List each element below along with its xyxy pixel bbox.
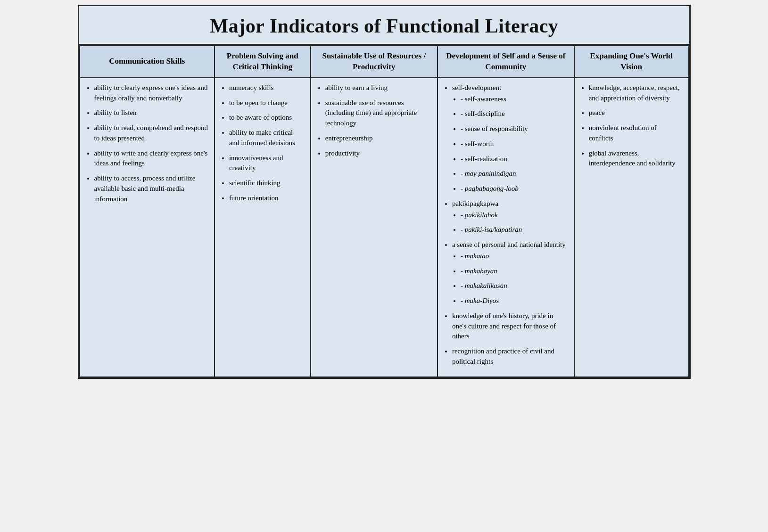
list-item: recognition and practice of civil and po… <box>452 346 568 367</box>
list-item: ability to make critical and informed de… <box>229 128 305 148</box>
list-item: to be aware of options <box>229 113 305 123</box>
column-cell-world-vision: knowledge, acceptance, respect, and appr… <box>574 78 689 377</box>
sub-list-item: - self-awareness <box>461 94 568 105</box>
column-header-communication: Communication Skills <box>80 46 215 78</box>
title-section: Major Indicators of Functional Literacy <box>79 6 689 45</box>
column-header-world-vision: Expanding One's World Vision <box>574 46 689 78</box>
sub-list-item: - makabayan <box>461 266 568 277</box>
list-item: ability to listen <box>94 108 208 118</box>
list-item: nonviolent resolution of conflicts <box>589 123 683 144</box>
sub-list-item: - maka-Diyos <box>461 296 568 306</box>
column-header-problem-solving: Problem Solving and Critical Thinking <box>215 46 311 78</box>
list-item: peace <box>589 108 683 118</box>
sub-list-item: - pakikilahok <box>461 210 568 221</box>
indicators-table: Communication SkillsProblem Solving and … <box>79 45 689 377</box>
sub-list-item: - pakiki-isa/kapatiran <box>461 225 568 235</box>
sub-list-item: - may paninindigan <box>461 169 568 179</box>
column-cell-problem-solving: numeracy skillsto be open to changeto be… <box>215 78 311 377</box>
list-item: productivity <box>325 148 431 159</box>
main-container: Major Indicators of Functional Literacy … <box>78 5 691 379</box>
list-item: a sense of personal and national identit… <box>452 240 568 306</box>
list-item: to be open to change <box>229 98 305 108</box>
list-item: ability to clearly express one's ideas a… <box>94 83 208 104</box>
sub-list-item: - makatao <box>461 251 568 262</box>
list-item: innovativeness and creativity <box>229 153 305 174</box>
list-item: ability to access, process and utilize a… <box>94 173 208 204</box>
column-cell-sustainable: ability to earn a livingsustainable use … <box>311 78 438 377</box>
list-item: global awareness, interdependence and so… <box>589 148 683 169</box>
list-item: entrepreneurship <box>325 133 431 144</box>
sub-list-item: - pagbabagong-loob <box>461 184 568 194</box>
sub-list-item: - makakalikasan <box>461 281 568 291</box>
column-cell-communication: ability to clearly express one's ideas a… <box>80 78 215 377</box>
list-item: pakikipagkapwa- pakikilahok- pakiki-isa/… <box>452 199 568 235</box>
sub-list-item: - self-realization <box>461 154 568 164</box>
column-cell-development: self-development- self-awareness- self-d… <box>438 78 574 377</box>
sub-list-item: - self-worth <box>461 139 568 149</box>
list-item: future orientation <box>229 193 305 204</box>
column-header-development: Development of Self and a Sense of Commu… <box>438 46 574 78</box>
sub-list-item: - self-discipline <box>461 109 568 119</box>
list-item: sustainable use of resources (including … <box>325 98 431 129</box>
sub-list-item: - sense of responsibility <box>461 124 568 134</box>
list-item: knowledge, acceptance, respect, and appr… <box>589 83 683 104</box>
list-item: numeracy skills <box>229 83 305 93</box>
page-title: Major Indicators of Functional Literacy <box>84 15 685 37</box>
column-header-sustainable: Sustainable Use of Resources / Productiv… <box>311 46 438 78</box>
list-item: knowledge of one's history, pride in one… <box>452 311 568 342</box>
list-item: ability to read, comprehend and respond … <box>94 123 208 144</box>
list-item: ability to write and clearly express one… <box>94 148 208 169</box>
list-item: self-development- self-awareness- self-d… <box>452 83 568 194</box>
list-item: ability to earn a living <box>325 83 431 93</box>
list-item: scientific thinking <box>229 178 305 188</box>
